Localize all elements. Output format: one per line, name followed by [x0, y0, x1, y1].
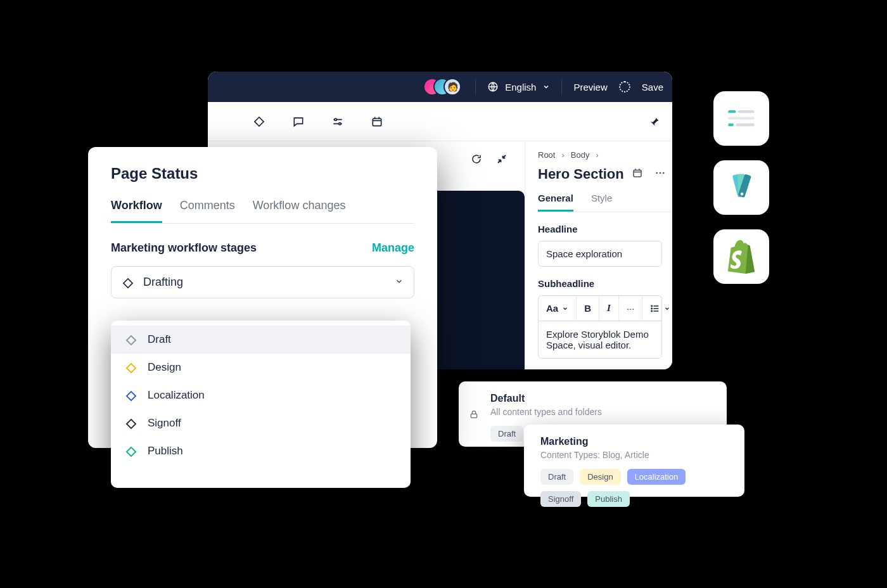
- stage-option-label: Localization: [148, 389, 205, 402]
- svg-point-9: [651, 305, 653, 307]
- svg-point-3: [339, 122, 341, 124]
- workflow-card-title: Default: [490, 393, 713, 404]
- svg-rect-14: [127, 364, 136, 373]
- workflow-card-subtitle: Content Types: Blog, Article: [540, 450, 731, 460]
- settings-sliders-icon[interactable]: [331, 115, 345, 129]
- stage-option[interactable]: Signoff: [111, 409, 411, 437]
- properties-panel: Root › Body › Hero Section General: [525, 141, 672, 369]
- subheadline-input[interactable]: Explore Storyblok Demo Space, visual edi…: [538, 321, 662, 359]
- workflow-chip: Draft: [540, 469, 573, 485]
- list-slider-icon: [725, 105, 758, 132]
- globe-icon: [487, 81, 499, 93]
- stage-selected-label: Drafting: [143, 276, 183, 289]
- workflow-chip: Localization: [627, 469, 686, 485]
- editor-toolbar: [208, 102, 672, 141]
- svg-rect-22: [728, 124, 734, 126]
- rte-more[interactable]: ···: [619, 296, 643, 321]
- svg-rect-12: [124, 278, 132, 287]
- svg-point-10: [651, 308, 653, 309]
- svg-rect-21: [728, 117, 755, 119]
- integration-tile-palette[interactable]: [713, 160, 769, 215]
- svg-point-2: [335, 118, 336, 120]
- workflow-chips: DraftDesignLocalizationSignoffPublish: [540, 469, 731, 507]
- stage-option-label: Signoff: [148, 417, 181, 430]
- integration-tile-list[interactable]: [713, 91, 769, 146]
- pin-icon[interactable]: [647, 115, 661, 129]
- workflow-chip: Signoff: [540, 491, 581, 507]
- schedule-icon[interactable]: [632, 167, 643, 181]
- diamond-icon: [125, 361, 137, 374]
- diamond-icon: [125, 389, 137, 402]
- chevron-right-icon: ›: [561, 150, 564, 160]
- page-status-tabs: Workflow Comments Workflow changes: [111, 199, 414, 224]
- headline-input[interactable]: [538, 241, 662, 267]
- collaborator-avatars[interactable]: [423, 78, 460, 96]
- refresh-icon[interactable]: [470, 153, 483, 165]
- integration-tile-shopify[interactable]: [713, 229, 769, 284]
- rte-list[interactable]: [642, 296, 672, 321]
- rte-italic[interactable]: I: [599, 296, 619, 321]
- svg-rect-18: [471, 414, 476, 418]
- language-selector[interactable]: English: [487, 81, 550, 93]
- breadcrumb[interactable]: Root › Body ›: [538, 150, 672, 160]
- stage-option-label: Draft: [148, 333, 171, 346]
- manage-link[interactable]: Manage: [372, 241, 414, 255]
- svg-point-11: [651, 310, 653, 312]
- panel-tabs: General Style: [538, 193, 672, 212]
- stage-option[interactable]: Draft: [111, 326, 411, 354]
- diamond-icon: [122, 276, 134, 289]
- workflow-stage-icon[interactable]: [252, 115, 266, 129]
- rte-text-style[interactable]: Aa: [539, 296, 577, 321]
- diamond-icon: [125, 445, 137, 457]
- comment-icon[interactable]: [291, 115, 305, 129]
- svg-point-8: [663, 172, 665, 174]
- rte-bold[interactable]: B: [577, 296, 599, 321]
- workflow-chip: Publish: [587, 491, 630, 507]
- workflow-card-title: Marketing: [540, 436, 731, 447]
- schedule-icon[interactable]: [370, 115, 384, 129]
- tab-comments[interactable]: Comments: [180, 199, 235, 223]
- shopify-icon: [725, 240, 757, 274]
- workflow-chip: Design: [580, 469, 620, 485]
- svg-rect-16: [127, 419, 136, 428]
- avatar: [444, 78, 461, 96]
- svg-rect-5: [634, 170, 641, 177]
- stage-option-label: Publish: [148, 445, 183, 457]
- page-status-title: Page Status: [111, 165, 414, 182]
- activity-icon: [619, 81, 630, 93]
- breadcrumb-root[interactable]: Root: [538, 150, 555, 160]
- stage-select[interactable]: Drafting: [111, 266, 414, 298]
- workflow-stages-label: Marketing workflow stages: [111, 241, 257, 255]
- chevron-down-icon: [542, 83, 550, 91]
- tab-general[interactable]: General: [538, 193, 573, 212]
- stage-option[interactable]: Localization: [111, 381, 411, 409]
- tab-workflow-changes[interactable]: Workflow changes: [253, 199, 346, 223]
- tab-style[interactable]: Style: [591, 193, 612, 212]
- editor-topbar: English Preview Save: [208, 72, 672, 102]
- svg-rect-20: [738, 110, 755, 113]
- diamond-icon: [125, 333, 137, 346]
- rte-toolbar: Aa B I ···: [538, 295, 662, 321]
- svg-rect-4: [373, 118, 381, 126]
- stage-option[interactable]: Publish: [111, 437, 411, 465]
- svg-rect-13: [127, 336, 136, 345]
- stage-dropdown: DraftDesignLocalizationSignoffPublish: [111, 321, 411, 488]
- workflow-card-subtitle: All content types and folders: [490, 407, 713, 417]
- svg-rect-19: [728, 110, 736, 113]
- lock-icon: [469, 409, 479, 422]
- save-button[interactable]: Save: [642, 82, 663, 93]
- stage-option[interactable]: Design: [111, 354, 411, 381]
- svg-rect-15: [127, 392, 136, 400]
- breadcrumb-body[interactable]: Body: [571, 150, 590, 160]
- collapse-icon[interactable]: [495, 153, 508, 165]
- svg-rect-17: [127, 447, 136, 456]
- diamond-icon: [125, 417, 137, 430]
- workflow-card-marketing[interactable]: Marketing Content Types: Blog, Article D…: [524, 425, 744, 497]
- preview-button[interactable]: Preview: [573, 82, 607, 93]
- color-swatch-icon: [724, 170, 758, 205]
- svg-rect-23: [736, 124, 754, 126]
- tab-workflow[interactable]: Workflow: [111, 199, 162, 223]
- more-icon[interactable]: [654, 167, 666, 181]
- svg-rect-1: [255, 117, 264, 125]
- section-title: Hero Section: [538, 166, 624, 182]
